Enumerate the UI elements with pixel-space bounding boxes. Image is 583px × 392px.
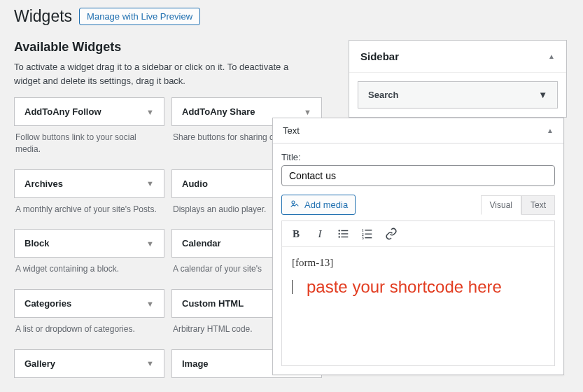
available-widgets-title: Available Widgets <box>14 40 336 55</box>
widget-label: Block <box>24 238 49 248</box>
widget-label: Archives <box>24 178 63 189</box>
svg-text:3: 3 <box>362 236 364 240</box>
caret-down-icon: ▼ <box>146 359 154 368</box>
sidebar-widget-label: Search <box>368 90 398 100</box>
widget-item: Categories▼A list or dropdown of categor… <box>14 289 164 342</box>
caret-up-icon: ▲ <box>548 52 555 60</box>
tab-text[interactable]: Text <box>521 195 555 215</box>
svg-point-5 <box>339 236 340 237</box>
svg-point-3 <box>339 233 340 234</box>
caret-down-icon: ▼ <box>146 108 154 116</box>
caret-down-icon: ▼ <box>538 90 547 100</box>
bullet-list-button[interactable] <box>337 227 351 241</box>
widget-desc: A list or dropdown of categories. <box>14 318 164 342</box>
widget-label: Gallery <box>24 358 55 369</box>
tab-visual[interactable]: Visual <box>481 195 521 215</box>
sidebar-title: Sidebar <box>360 50 399 62</box>
svg-point-1 <box>339 230 340 231</box>
text-widget-header[interactable]: Text ▲ <box>273 118 563 144</box>
sidebar-panel: Sidebar ▲ Search ▼ <box>349 40 567 118</box>
add-media-label: Add media <box>304 200 348 210</box>
widget-label: Custom HTML <box>182 298 244 309</box>
widget-label: Categories <box>24 298 71 309</box>
link-button[interactable] <box>384 227 398 241</box>
caret-down-icon: ▼ <box>304 108 311 116</box>
svg-rect-8 <box>365 230 372 230</box>
manage-preview-button[interactable]: Manage with Live Preview <box>79 8 200 25</box>
widget-label: Audio <box>182 178 208 189</box>
svg-point-0 <box>292 201 295 204</box>
editor-toolbar: B I 123 <box>281 220 555 247</box>
page-title: Widgets <box>14 7 72 26</box>
text-widget-panel: Text ▲ Title: Add media Visual Text B <box>272 118 564 375</box>
widget-label: Calendar <box>182 238 221 248</box>
svg-rect-2 <box>341 230 348 231</box>
caret-down-icon: ▼ <box>146 239 154 248</box>
widget-item: Gallery▼ <box>14 349 164 378</box>
media-icon <box>289 198 300 211</box>
svg-rect-12 <box>365 237 372 238</box>
text-cursor <box>292 280 293 294</box>
widget-box[interactable]: Categories▼ <box>14 289 164 318</box>
available-widgets-desc: To activate a widget drag it to a sideba… <box>14 60 315 88</box>
italic-button[interactable]: I <box>313 227 327 241</box>
widget-desc: A monthly archive of your site's Posts. <box>14 198 164 223</box>
annotation-text: paste your shortcode here <box>307 277 502 297</box>
widget-item: Block▼A widget containing a block. <box>14 229 164 282</box>
widget-box[interactable]: Archives▼ <box>14 169 164 198</box>
svg-rect-10 <box>365 234 372 234</box>
bold-button[interactable]: B <box>289 227 303 241</box>
shortcode-text: [form-13] <box>292 257 545 269</box>
svg-rect-6 <box>341 237 348 237</box>
widget-desc: A widget containing a block. <box>14 258 164 282</box>
number-list-button[interactable]: 123 <box>360 227 374 241</box>
widget-box[interactable]: Block▼ <box>14 229 164 258</box>
sidebar-widget-search[interactable]: Search ▼ <box>358 81 558 108</box>
caret-down-icon: ▼ <box>146 300 154 308</box>
sidebar-header[interactable]: Sidebar ▲ <box>349 41 566 73</box>
widget-desc: Follow buttons link to your social media… <box>14 126 164 162</box>
widget-box[interactable]: AddToAny Follow▼ <box>14 97 164 126</box>
caret-down-icon: ▼ <box>146 179 154 188</box>
editor-content[interactable]: [form-13] paste your shortcode here <box>281 247 555 366</box>
widget-box[interactable]: Gallery▼ <box>14 349 164 378</box>
svg-rect-4 <box>341 233 348 234</box>
add-media-button[interactable]: Add media <box>281 195 356 215</box>
caret-up-icon: ▲ <box>547 127 554 134</box>
title-label: Title: <box>281 152 555 162</box>
text-widget-title: Text <box>283 125 300 136</box>
title-input[interactable] <box>281 165 555 186</box>
widget-label: AddToAny Follow <box>24 106 101 117</box>
widget-label: AddToAny Share <box>182 106 255 117</box>
widget-item: Archives▼A monthly archive of your site'… <box>14 169 164 223</box>
widget-label: Image <box>182 358 209 369</box>
widget-item: AddToAny Follow▼Follow buttons link to y… <box>14 97 164 162</box>
